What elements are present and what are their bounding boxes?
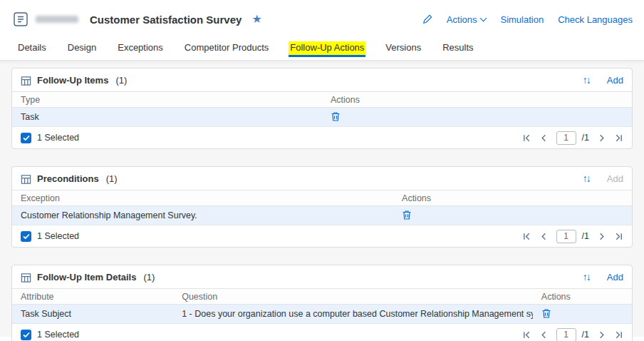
previous-page-icon[interactable] — [539, 330, 549, 340]
panel-header: Preconditions (1) ↑↓ Add — [12, 167, 632, 190]
page-total-label: /1 — [582, 231, 589, 241]
panel-header: Follow-Up Item Details (1) ↑↓ Add — [12, 265, 632, 288]
add-button[interactable]: Add — [607, 75, 623, 86]
preconditions-table: Exception Actions Customer Relationship … — [12, 190, 632, 225]
last-page-icon[interactable] — [614, 133, 623, 143]
sort-icon[interactable]: ↑↓ — [583, 271, 590, 283]
last-page-icon[interactable] — [614, 330, 623, 340]
add-button[interactable]: Add — [607, 272, 623, 283]
selected-checkbox[interactable] — [21, 330, 31, 340]
actions-menu-label: Actions — [447, 14, 477, 25]
tab-bar: Details Design Exceptions Competitor Pro… — [0, 39, 644, 60]
tab-design[interactable]: Design — [57, 39, 107, 56]
delete-icon[interactable] — [402, 210, 412, 220]
actions-menu-button[interactable]: Actions — [447, 14, 487, 25]
edit-pencil-icon[interactable] — [422, 14, 432, 24]
panel-follow-up-items: Follow-Up Items (1) ↑↓ Add Type Actions … — [11, 68, 633, 149]
panel-count: (1) — [143, 272, 155, 283]
selected-checkbox[interactable] — [21, 133, 31, 143]
tab-results[interactable]: Results — [432, 39, 484, 56]
delete-icon[interactable] — [541, 308, 551, 319]
selected-count-label: 1 Selected — [37, 330, 79, 340]
panel-footer: 1 Selected /1 — [12, 324, 632, 341]
sort-icon[interactable]: ↑↓ — [583, 173, 590, 184]
panel-footer: 1 Selected /1 — [12, 127, 632, 148]
follow-up-items-table: Type Actions Task — [12, 91, 632, 127]
cell-attribute: Task Subject — [12, 305, 173, 324]
panel-title: Follow-Up Item Details — [37, 272, 136, 283]
tab-details[interactable]: Details — [7, 39, 57, 56]
table-row[interactable]: Customer Relationship Management Survey. — [12, 206, 632, 225]
add-button[interactable]: Add — [607, 173, 623, 184]
tab-exceptions[interactable]: Exceptions — [107, 39, 174, 56]
cell-type: Task — [12, 108, 322, 127]
panel-follow-up-item-details: Follow-Up Item Details (1) ↑↓ Add Attrib… — [11, 265, 633, 341]
sort-icon[interactable]: ↑↓ — [583, 74, 590, 86]
page-total-label: /1 — [582, 330, 589, 340]
panel-header: Follow-Up Items (1) ↑↓ Add — [12, 68, 632, 91]
pagination: /1 — [522, 230, 623, 243]
column-header-exception: Exception — [12, 190, 393, 206]
column-header-actions: Actions — [533, 289, 632, 305]
panel-count: (1) — [106, 173, 118, 184]
cell-question: 1 - Does your organization use a compute… — [173, 305, 533, 324]
pagination: /1 — [522, 328, 623, 341]
page-total-label: /1 — [582, 133, 589, 143]
column-header-type: Type — [12, 92, 322, 108]
first-page-icon[interactable] — [522, 330, 531, 340]
page-number-input[interactable] — [556, 230, 576, 243]
chevron-down-icon — [480, 14, 487, 21]
page-content: Follow-Up Items (1) ↑↓ Add Type Actions … — [0, 60, 644, 337]
pagination: /1 — [522, 131, 623, 145]
delete-icon[interactable] — [331, 111, 341, 122]
table-row[interactable]: Task — [12, 108, 632, 127]
redacted-text — [36, 16, 78, 23]
cell-exception: Customer Relationship Management Survey. — [12, 206, 393, 225]
column-header-attribute: Attribute — [12, 289, 173, 305]
panel-title: Follow-Up Items — [37, 75, 108, 86]
table-icon — [21, 76, 31, 86]
table-icon — [21, 273, 31, 283]
tab-versions[interactable]: Versions — [375, 39, 432, 56]
table-icon — [21, 174, 31, 185]
page-number-input[interactable] — [556, 328, 576, 341]
panel-preconditions: Preconditions (1) ↑↓ Add Exception Actio… — [11, 166, 633, 248]
tab-competitor-products[interactable]: Competitor Products — [174, 39, 280, 56]
next-page-icon[interactable] — [597, 133, 606, 143]
panel-footer: 1 Selected /1 — [12, 225, 632, 247]
page-title: Customer Satisfaction Survey — [90, 14, 242, 26]
selected-count-label: 1 Selected — [37, 231, 79, 241]
simulation-link[interactable]: Simulation — [500, 14, 544, 25]
column-header-question: Question — [173, 289, 533, 305]
panel-count: (1) — [115, 75, 127, 86]
page-header: Customer Satisfaction Survey ★ Actions S… — [0, 0, 644, 39]
column-header-actions: Actions — [393, 190, 632, 206]
favorite-star-icon[interactable]: ★ — [251, 14, 261, 25]
first-page-icon[interactable] — [522, 133, 531, 143]
tab-follow-up-actions[interactable]: Follow-Up Actions — [279, 39, 375, 56]
next-page-icon[interactable] — [597, 232, 606, 241]
check-languages-link[interactable]: Check Languages — [558, 14, 633, 25]
previous-page-icon[interactable] — [539, 133, 549, 143]
selected-count-label: 1 Selected — [37, 133, 79, 143]
panel-title: Preconditions — [37, 173, 99, 184]
survey-app-icon — [13, 11, 28, 27]
first-page-icon[interactable] — [522, 232, 531, 241]
follow-up-item-details-table: Attribute Question Actions Task Subject … — [12, 288, 632, 324]
page-number-input[interactable] — [556, 131, 576, 145]
selected-checkbox[interactable] — [21, 231, 31, 242]
table-row[interactable]: Task Subject 1 - Does your organization … — [12, 305, 632, 324]
last-page-icon[interactable] — [614, 232, 623, 241]
previous-page-icon[interactable] — [539, 232, 549, 241]
next-page-icon[interactable] — [597, 330, 606, 340]
column-header-actions: Actions — [322, 92, 632, 108]
